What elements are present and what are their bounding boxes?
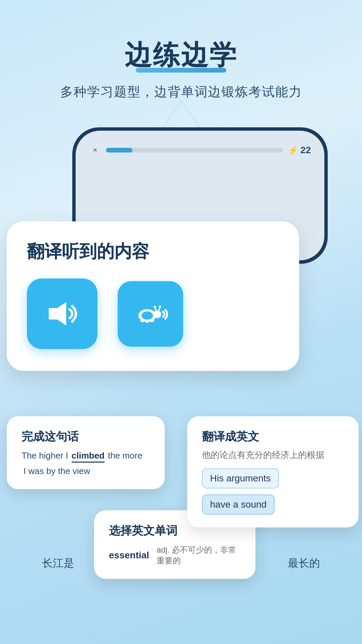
svg-point-5 — [154, 305, 156, 308]
translate-en-subtitle: 他的论点有充分的经济上的根据 — [202, 449, 344, 461]
speaker-slow-button[interactable] — [118, 281, 183, 347]
score-badge: ⚡ 22 — [288, 145, 311, 156]
sentence-part1: The higher I — [22, 450, 68, 461]
header-section: 边练边学 多种学习题型，边背单词边锻炼考试能力 — [0, 0, 362, 107]
audio-buttons-row — [27, 278, 279, 349]
svg-point-2 — [142, 311, 153, 319]
svg-point-8 — [140, 319, 145, 322]
speaker-icon — [42, 299, 82, 329]
word-row: essential adj. 必不可少的，非常重要的 — [109, 545, 241, 566]
complete-card-title: 完成这句话 — [22, 429, 150, 444]
svg-point-7 — [159, 305, 161, 308]
speaker-slow-icon — [131, 300, 170, 328]
speaker-button[interactable] — [27, 278, 97, 349]
lightning-icon: ⚡ — [288, 145, 298, 156]
sentence-line2: I was by the view — [22, 466, 150, 476]
bottom-word-4: 最长的 — [288, 556, 320, 571]
phone-top-bar: × ⚡ 22 — [89, 144, 311, 156]
page-wrapper: 边练边学 多种学习题型，边背单词边锻炼考试能力 × ⚡ 22 — [0, 0, 362, 644]
complete-sentence-card: 完成这句话 The higher I climbed the more I wa… — [7, 416, 165, 489]
subtitle: 多种学习题型，边背单词边锻炼考试能力 — [0, 83, 362, 100]
close-button[interactable]: × — [89, 144, 101, 156]
svg-point-3 — [154, 310, 161, 318]
word-chip-2[interactable]: have a sound — [202, 495, 275, 515]
svg-marker-0 — [49, 302, 66, 326]
main-title: 边练边学 — [125, 40, 238, 70]
bottom-word-1: 长江是 — [42, 556, 74, 571]
score-value: 22 — [300, 145, 311, 156]
translate-card-title: 翻译听到的内容 — [27, 240, 279, 263]
svg-point-9 — [145, 319, 149, 323]
word-definition: adj. 必不可少的，非常重要的 — [157, 545, 241, 566]
word-chip-1[interactable]: His arguments — [202, 468, 279, 488]
svg-point-10 — [150, 319, 154, 322]
word-chips-row: His arguments have a sound — [202, 468, 344, 515]
sentence-line1: The higher I climbed the more — [22, 450, 150, 463]
progress-fill — [106, 148, 132, 153]
translate-en-title: 翻译成英文 — [202, 429, 344, 444]
progress-bar — [106, 148, 283, 153]
translate-en-card: 翻译成英文 他的论点有充分的经济上的根据 His arguments have … — [187, 416, 359, 527]
translate-audio-card: 翻译听到的内容 — [7, 221, 299, 371]
word-key: essential — [109, 550, 149, 561]
sentence-part2: the more — [108, 450, 143, 461]
sentence-fill: climbed — [72, 450, 105, 463]
